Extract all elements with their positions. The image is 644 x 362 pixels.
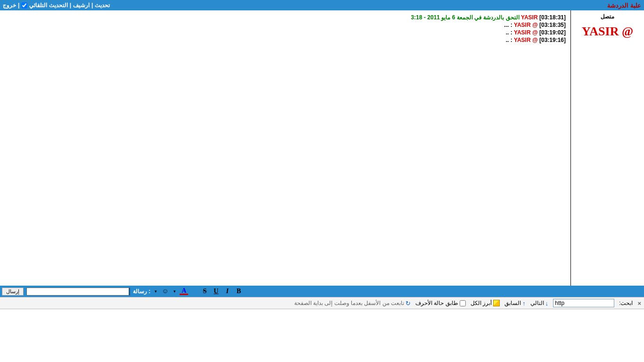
find-next-button[interactable]: ↓ التالي [530, 300, 549, 307]
wrap-notice: ↻ تابعت من الأسفل بعدما وصلت إلى بداية ا… [294, 300, 411, 307]
find-prev-label: السابق [504, 300, 521, 306]
main-area: متصل @ YASIR [03:18:31] YASIR التحق بالد… [0, 10, 644, 286]
close-icon[interactable]: × [637, 300, 641, 307]
message-text: : ... [504, 22, 512, 28]
find-next-label: التالي [530, 300, 544, 306]
username: YASIR [521, 14, 538, 21]
separator: | [91, 2, 93, 8]
users-panel: متصل @ YASIR [570, 10, 644, 286]
find-label: ابحث: [619, 300, 633, 306]
online-label: متصل [573, 13, 642, 20]
chat-line: [03:18:35] @ YASIR : ... [5, 22, 566, 28]
arrow-down-icon: ↓ [545, 300, 549, 307]
dropdown-arrow-icon[interactable]: ▾ [172, 287, 177, 296]
message-input[interactable] [26, 288, 130, 296]
match-case-option[interactable]: طابق حالة الأحرف [415, 300, 466, 306]
dropdown-arrow-icon[interactable]: ▾ [153, 287, 158, 296]
highlight-label: أبرز الكل [471, 300, 492, 306]
separator: | [70, 2, 71, 8]
wrap-icon: ↻ [405, 300, 411, 307]
underline-icon[interactable]: U [212, 287, 220, 296]
send-button[interactable]: إرسال [2, 288, 24, 296]
join-message: التحق بالدردشة في الجمعة 6 مايو 2011 - 3… [411, 14, 520, 21]
bold-icon[interactable]: B [234, 287, 243, 296]
match-case-checkbox[interactable] [460, 300, 466, 306]
match-case-label: طابق حالة الأحرف [415, 300, 458, 306]
header-links: تحديث | ارشيف | التحديث التلقائي | خروج [3, 2, 110, 8]
arrow-up-icon: ↑ [522, 300, 526, 307]
timestamp: [03:19:02] [539, 29, 566, 36]
archive-link[interactable]: ارشيف [73, 2, 90, 8]
auto-refresh-checkbox[interactable] [21, 2, 27, 8]
wrap-message: تابعت من الأسفل بعدما وصلت إلى بداية الص… [294, 300, 404, 306]
timestamp: [03:19:16] [539, 37, 566, 43]
separator: | [18, 2, 19, 8]
message-label: رسالة : [133, 288, 150, 295]
chat-line: [03:19:16] @ YASIR : .. [5, 37, 566, 43]
app-title: علبة الدردشة [607, 2, 641, 9]
message-text: : .. [506, 29, 512, 36]
timestamp: [03:18:31] [539, 14, 566, 21]
font-color-icon[interactable]: A [180, 288, 188, 295]
username: @ YASIR [514, 29, 538, 36]
compose-bar: إرسال رسالة : ▾ ☺ ▾ A S U I B [0, 286, 644, 297]
italic-icon[interactable]: I [223, 287, 231, 296]
username: @ YASIR [514, 37, 538, 43]
header-bar: علبة الدردشة تحديث | ارشيف | التحديث الت… [0, 0, 644, 10]
chat-line: [03:18:31] YASIR التحق بالدردشة في الجمع… [5, 14, 566, 21]
message-text: : .. [506, 37, 512, 43]
smiley-icon[interactable]: ☺ [161, 287, 169, 296]
auto-refresh-label[interactable]: التحديث التلقائي [29, 2, 67, 8]
timestamp: [03:18:35] [539, 22, 566, 28]
find-prev-button[interactable]: ↑ السابق [504, 300, 526, 307]
refresh-link[interactable]: تحديث [95, 2, 110, 8]
current-user[interactable]: @ YASIR [573, 25, 642, 39]
strikethrough-icon[interactable]: S [200, 287, 209, 296]
highlight-icon [493, 300, 500, 306]
chat-line: [03:19:02] @ YASIR : .. [5, 29, 566, 36]
chat-messages: [03:18:31] YASIR التحق بالدردشة في الجمع… [0, 10, 570, 286]
logout-link[interactable]: خروج [3, 2, 16, 8]
username: @ YASIR [514, 22, 538, 28]
highlight-all-button[interactable]: أبرز الكل [471, 300, 500, 306]
find-input[interactable] [553, 299, 614, 307]
find-bar: × ابحث: ↓ التالي ↑ السابق أبرز الكل طابق… [0, 297, 644, 309]
